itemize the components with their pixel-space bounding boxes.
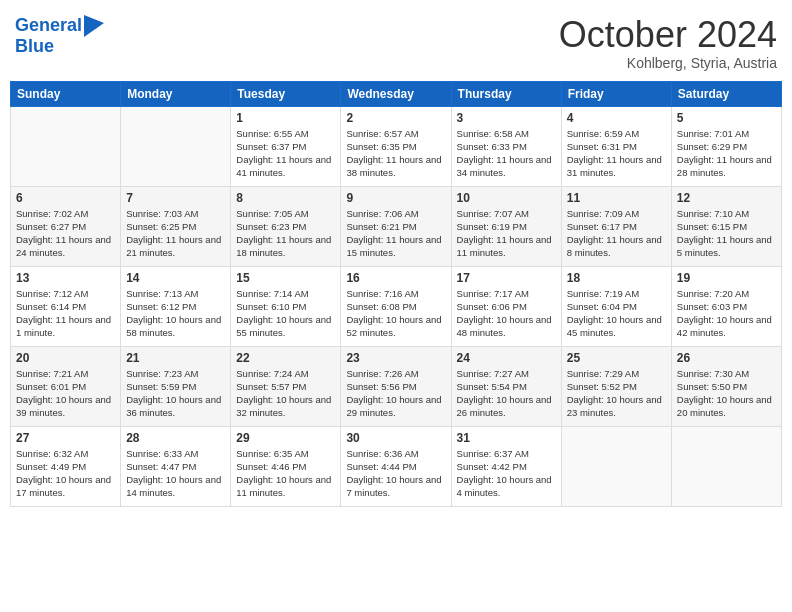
table-cell: 27Sunrise: 6:32 AM Sunset: 4:49 PM Dayli… xyxy=(11,426,121,506)
table-cell: 15Sunrise: 7:14 AM Sunset: 6:10 PM Dayli… xyxy=(231,266,341,346)
week-row-2: 6Sunrise: 7:02 AM Sunset: 6:27 PM Daylig… xyxy=(11,186,782,266)
day-number: 31 xyxy=(457,431,556,445)
day-info: Sunrise: 7:06 AM Sunset: 6:21 PM Dayligh… xyxy=(346,207,445,260)
table-cell: 14Sunrise: 7:13 AM Sunset: 6:12 PM Dayli… xyxy=(121,266,231,346)
day-info: Sunrise: 7:05 AM Sunset: 6:23 PM Dayligh… xyxy=(236,207,335,260)
table-cell: 19Sunrise: 7:20 AM Sunset: 6:03 PM Dayli… xyxy=(671,266,781,346)
table-cell: 31Sunrise: 6:37 AM Sunset: 4:42 PM Dayli… xyxy=(451,426,561,506)
day-info: Sunrise: 6:36 AM Sunset: 4:44 PM Dayligh… xyxy=(346,447,445,500)
table-cell: 6Sunrise: 7:02 AM Sunset: 6:27 PM Daylig… xyxy=(11,186,121,266)
table-cell: 12Sunrise: 7:10 AM Sunset: 6:15 PM Dayli… xyxy=(671,186,781,266)
day-number: 3 xyxy=(457,111,556,125)
table-cell: 30Sunrise: 6:36 AM Sunset: 4:44 PM Dayli… xyxy=(341,426,451,506)
header-sunday: Sunday xyxy=(11,81,121,106)
day-info: Sunrise: 7:16 AM Sunset: 6:08 PM Dayligh… xyxy=(346,287,445,340)
weekday-header-row: Sunday Monday Tuesday Wednesday Thursday… xyxy=(11,81,782,106)
month-title: October 2024 xyxy=(559,15,777,55)
header-monday: Monday xyxy=(121,81,231,106)
day-number: 19 xyxy=(677,271,776,285)
day-info: Sunrise: 7:20 AM Sunset: 6:03 PM Dayligh… xyxy=(677,287,776,340)
day-number: 29 xyxy=(236,431,335,445)
logo-icon xyxy=(84,15,104,37)
day-number: 15 xyxy=(236,271,335,285)
table-cell: 24Sunrise: 7:27 AM Sunset: 5:54 PM Dayli… xyxy=(451,346,561,426)
table-cell: 22Sunrise: 7:24 AM Sunset: 5:57 PM Dayli… xyxy=(231,346,341,426)
table-cell: 7Sunrise: 7:03 AM Sunset: 6:25 PM Daylig… xyxy=(121,186,231,266)
week-row-3: 13Sunrise: 7:12 AM Sunset: 6:14 PM Dayli… xyxy=(11,266,782,346)
table-cell: 3Sunrise: 6:58 AM Sunset: 6:33 PM Daylig… xyxy=(451,106,561,186)
day-info: Sunrise: 6:37 AM Sunset: 4:42 PM Dayligh… xyxy=(457,447,556,500)
day-info: Sunrise: 7:12 AM Sunset: 6:14 PM Dayligh… xyxy=(16,287,115,340)
day-number: 10 xyxy=(457,191,556,205)
day-number: 22 xyxy=(236,351,335,365)
day-number: 24 xyxy=(457,351,556,365)
table-cell: 8Sunrise: 7:05 AM Sunset: 6:23 PM Daylig… xyxy=(231,186,341,266)
day-number: 6 xyxy=(16,191,115,205)
day-info: Sunrise: 7:21 AM Sunset: 6:01 PM Dayligh… xyxy=(16,367,115,420)
day-info: Sunrise: 7:01 AM Sunset: 6:29 PM Dayligh… xyxy=(677,127,776,180)
day-number: 13 xyxy=(16,271,115,285)
day-info: Sunrise: 7:10 AM Sunset: 6:15 PM Dayligh… xyxy=(677,207,776,260)
day-number: 9 xyxy=(346,191,445,205)
day-info: Sunrise: 6:55 AM Sunset: 6:37 PM Dayligh… xyxy=(236,127,335,180)
day-number: 26 xyxy=(677,351,776,365)
table-cell: 5Sunrise: 7:01 AM Sunset: 6:29 PM Daylig… xyxy=(671,106,781,186)
day-number: 2 xyxy=(346,111,445,125)
day-info: Sunrise: 6:35 AM Sunset: 4:46 PM Dayligh… xyxy=(236,447,335,500)
day-info: Sunrise: 7:07 AM Sunset: 6:19 PM Dayligh… xyxy=(457,207,556,260)
table-cell: 16Sunrise: 7:16 AM Sunset: 6:08 PM Dayli… xyxy=(341,266,451,346)
day-number: 30 xyxy=(346,431,445,445)
title-section: October 2024 Kohlberg, Styria, Austria xyxy=(559,15,777,71)
day-info: Sunrise: 7:26 AM Sunset: 5:56 PM Dayligh… xyxy=(346,367,445,420)
logo-line2: Blue xyxy=(15,36,54,56)
day-number: 17 xyxy=(457,271,556,285)
table-cell xyxy=(561,426,671,506)
header-tuesday: Tuesday xyxy=(231,81,341,106)
day-number: 20 xyxy=(16,351,115,365)
table-cell xyxy=(121,106,231,186)
day-info: Sunrise: 7:23 AM Sunset: 5:59 PM Dayligh… xyxy=(126,367,225,420)
header-saturday: Saturday xyxy=(671,81,781,106)
logo-line1: General xyxy=(15,15,82,35)
week-row-1: 1Sunrise: 6:55 AM Sunset: 6:37 PM Daylig… xyxy=(11,106,782,186)
day-number: 5 xyxy=(677,111,776,125)
table-cell: 23Sunrise: 7:26 AM Sunset: 5:56 PM Dayli… xyxy=(341,346,451,426)
day-info: Sunrise: 7:09 AM Sunset: 6:17 PM Dayligh… xyxy=(567,207,666,260)
table-cell: 9Sunrise: 7:06 AM Sunset: 6:21 PM Daylig… xyxy=(341,186,451,266)
day-number: 28 xyxy=(126,431,225,445)
day-info: Sunrise: 7:03 AM Sunset: 6:25 PM Dayligh… xyxy=(126,207,225,260)
day-info: Sunrise: 7:29 AM Sunset: 5:52 PM Dayligh… xyxy=(567,367,666,420)
table-cell: 20Sunrise: 7:21 AM Sunset: 6:01 PM Dayli… xyxy=(11,346,121,426)
day-number: 23 xyxy=(346,351,445,365)
day-info: Sunrise: 6:57 AM Sunset: 6:35 PM Dayligh… xyxy=(346,127,445,180)
table-cell: 17Sunrise: 7:17 AM Sunset: 6:06 PM Dayli… xyxy=(451,266,561,346)
day-info: Sunrise: 7:02 AM Sunset: 6:27 PM Dayligh… xyxy=(16,207,115,260)
location-subtitle: Kohlberg, Styria, Austria xyxy=(559,55,777,71)
week-row-5: 27Sunrise: 6:32 AM Sunset: 4:49 PM Dayli… xyxy=(11,426,782,506)
table-cell: 25Sunrise: 7:29 AM Sunset: 5:52 PM Dayli… xyxy=(561,346,671,426)
day-number: 25 xyxy=(567,351,666,365)
day-number: 4 xyxy=(567,111,666,125)
header-wednesday: Wednesday xyxy=(341,81,451,106)
table-cell: 11Sunrise: 7:09 AM Sunset: 6:17 PM Dayli… xyxy=(561,186,671,266)
table-cell: 21Sunrise: 7:23 AM Sunset: 5:59 PM Dayli… xyxy=(121,346,231,426)
day-info: Sunrise: 7:30 AM Sunset: 5:50 PM Dayligh… xyxy=(677,367,776,420)
day-info: Sunrise: 7:17 AM Sunset: 6:06 PM Dayligh… xyxy=(457,287,556,340)
table-cell xyxy=(11,106,121,186)
day-number: 14 xyxy=(126,271,225,285)
week-row-4: 20Sunrise: 7:21 AM Sunset: 6:01 PM Dayli… xyxy=(11,346,782,426)
day-info: Sunrise: 7:14 AM Sunset: 6:10 PM Dayligh… xyxy=(236,287,335,340)
table-cell: 10Sunrise: 7:07 AM Sunset: 6:19 PM Dayli… xyxy=(451,186,561,266)
header-thursday: Thursday xyxy=(451,81,561,106)
day-info: Sunrise: 7:27 AM Sunset: 5:54 PM Dayligh… xyxy=(457,367,556,420)
day-number: 8 xyxy=(236,191,335,205)
day-info: Sunrise: 6:58 AM Sunset: 6:33 PM Dayligh… xyxy=(457,127,556,180)
day-info: Sunrise: 6:33 AM Sunset: 4:47 PM Dayligh… xyxy=(126,447,225,500)
day-number: 11 xyxy=(567,191,666,205)
table-cell: 28Sunrise: 6:33 AM Sunset: 4:47 PM Dayli… xyxy=(121,426,231,506)
day-info: Sunrise: 7:13 AM Sunset: 6:12 PM Dayligh… xyxy=(126,287,225,340)
table-cell: 1Sunrise: 6:55 AM Sunset: 6:37 PM Daylig… xyxy=(231,106,341,186)
day-info: Sunrise: 6:32 AM Sunset: 4:49 PM Dayligh… xyxy=(16,447,115,500)
calendar-table: Sunday Monday Tuesday Wednesday Thursday… xyxy=(10,81,782,507)
table-cell: 2Sunrise: 6:57 AM Sunset: 6:35 PM Daylig… xyxy=(341,106,451,186)
